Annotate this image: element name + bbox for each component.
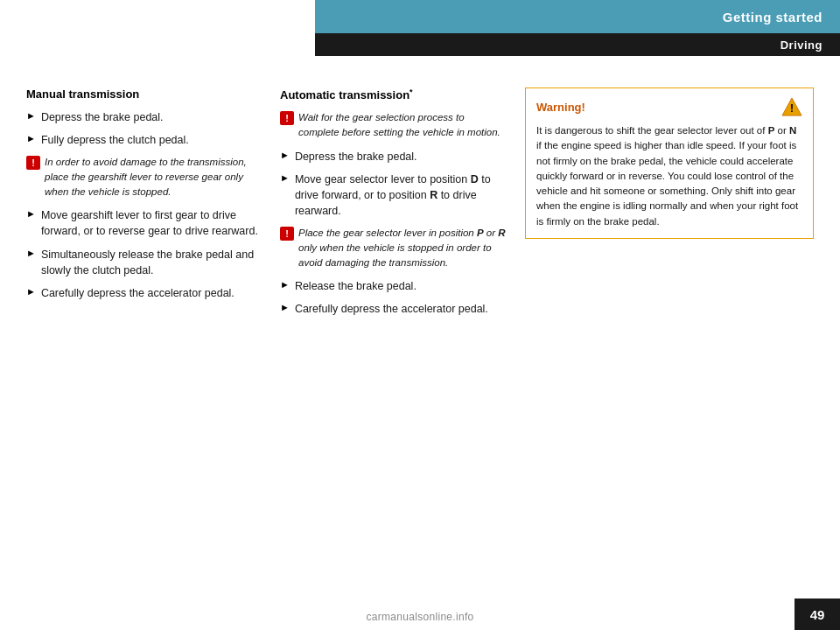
page-number-box: 49 — [794, 598, 840, 630]
manual-section-title: Manual transmission — [26, 88, 262, 101]
manual-bullet-5-text: Carefully depress the accelerator pedal. — [41, 285, 234, 301]
auto-section-title: Automatic transmission* — [280, 88, 508, 102]
manual-notice-1: ! In order to avoid damage to the transm… — [26, 155, 262, 199]
warning-triangle-icon: ! — [781, 97, 802, 116]
manual-bullet-2: ► Fully depress the clutch pedal. — [26, 132, 262, 148]
bullet-arrow-icon: ► — [280, 302, 290, 312]
manual-bullet-1-text: Depress the brake pedal. — [41, 109, 164, 125]
manual-bullet-4: ► Simultaneously release the brake pedal… — [26, 247, 262, 278]
header-bar: Getting started — [315, 0, 840, 33]
auto-notice-1: ! Wait for the gear selection process to… — [280, 110, 508, 139]
bullet-arrow-icon: ► — [26, 133, 36, 144]
svg-text:!: ! — [790, 102, 794, 115]
auto-bullet-2-text: Move gear selector lever to position D t… — [295, 172, 508, 219]
auto-bullet-1: ► Depress the brake pedal. — [280, 149, 508, 164]
warning-column: Warning! ! It is dangerous to shift the … — [525, 88, 814, 560]
manual-transmission-column: Manual transmission ► Depress the brake … — [26, 88, 280, 560]
manual-bullet-1: ► Depress the brake pedal. — [26, 109, 262, 125]
bullet-arrow-icon: ► — [280, 279, 290, 290]
auto-bullet-3: ► Release the brake pedal. — [280, 278, 508, 294]
auto-bullet-3-text: Release the brake pedal. — [295, 278, 416, 294]
manual-notice-1-text: In order to avoid damage to the transmis… — [45, 155, 262, 199]
notice-icon: ! — [280, 111, 294, 125]
manual-bullet-4-text: Simultaneously release the brake pedal a… — [41, 247, 262, 278]
content-area: Manual transmission ► Depress the brake … — [0, 70, 840, 578]
auto-bullet-4: ► Carefully depress the accelerator peda… — [280, 301, 508, 317]
auto-notice-1-text: Wait for the gear selection process to c… — [298, 110, 508, 139]
notice-icon: ! — [280, 227, 294, 241]
manual-bullet-3-text: Move gearshift lever to first gear to dr… — [41, 207, 262, 239]
auto-bullet-2: ► Move gear selector lever to position D… — [280, 172, 508, 219]
subheader-title: Driving — [780, 38, 822, 52]
bullet-arrow-icon: ► — [26, 248, 36, 258]
auto-notice-2-text: Place the gear selector lever in positio… — [298, 226, 508, 270]
bullet-arrow-icon: ► — [280, 150, 290, 160]
bullet-arrow-icon: ► — [26, 286, 36, 297]
manual-bullet-5: ► Carefully depress the accelerator peda… — [26, 285, 262, 301]
bullet-arrow-icon: ► — [280, 172, 290, 183]
auto-notice-2: ! Place the gear selector lever in posit… — [280, 226, 508, 270]
auto-bullet-1-text: Depress the brake pedal. — [295, 149, 417, 164]
notice-icon: ! — [26, 156, 40, 170]
subheader-bar: Driving — [315, 33, 840, 56]
page-number: 49 — [810, 607, 825, 622]
manual-bullet-3: ► Move gearshift lever to first gear to … — [26, 207, 262, 239]
warning-header: Warning! ! — [536, 97, 802, 116]
automatic-transmission-column: Automatic transmission* ! Wait for the g… — [280, 88, 525, 560]
auto-bullet-4-text: Carefully depress the accelerator pedal. — [295, 301, 488, 317]
header-title: Getting started — [723, 10, 822, 24]
bullet-arrow-icon: ► — [26, 208, 36, 219]
manual-bullet-2-text: Fully depress the clutch pedal. — [41, 132, 189, 148]
warning-label: Warning! — [536, 101, 585, 114]
bullet-arrow-icon: ► — [26, 110, 36, 121]
warning-body: It is dangerous to shift the gear select… — [536, 123, 802, 229]
watermark: carmanualsonline.info — [366, 611, 473, 623]
warning-box: Warning! ! It is dangerous to shift the … — [525, 88, 814, 239]
